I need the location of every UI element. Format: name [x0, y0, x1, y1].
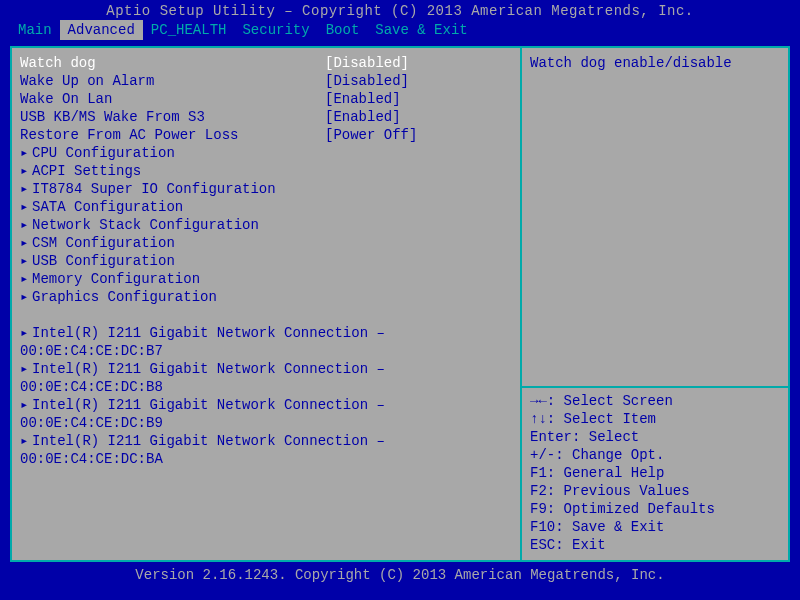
hint-save-exit: F10: Save & Exit: [530, 518, 780, 536]
submenu-label: SATA Configuration: [32, 199, 183, 215]
submenu-label: Memory Configuration: [32, 271, 200, 287]
nic-label: Intel(R) I211 Gigabit Network Connection…: [32, 396, 385, 414]
hint-select-item: ↑↓: Select Item: [530, 410, 780, 428]
submenu-graphics[interactable]: ▸Graphics Configuration: [20, 288, 512, 306]
bios-frame: Aptio Setup Utility – Copyright (C) 2013…: [0, 0, 800, 600]
title-bar: Aptio Setup Utility – Copyright (C) 2013…: [0, 0, 800, 20]
setting-label: Wake Up on Alarm: [20, 72, 325, 90]
nic-mac: 00:0E:C4:CE:DC:B8: [20, 378, 512, 396]
help-separator: [522, 386, 788, 388]
chevron-right-icon: ▸: [20, 216, 32, 234]
setting-wake-on-lan[interactable]: Wake On Lan [Enabled]: [20, 90, 512, 108]
tab-main[interactable]: Main: [10, 20, 60, 40]
footer: Version 2.16.1243. Copyright (C) 2013 Am…: [0, 566, 800, 584]
chevron-right-icon: ▸: [20, 270, 32, 288]
chevron-right-icon: ▸: [20, 180, 32, 198]
setting-restore-ac[interactable]: Restore From AC Power Loss [Power Off]: [20, 126, 512, 144]
nic-mac: 00:0E:C4:CE:DC:BA: [20, 450, 512, 468]
submenu-label: CSM Configuration: [32, 235, 175, 251]
chevron-right-icon: ▸: [20, 144, 32, 162]
submenu-superio[interactable]: ▸IT8784 Super IO Configuration: [20, 180, 512, 198]
chevron-right-icon: ▸: [20, 234, 32, 252]
nic-label: Intel(R) I211 Gigabit Network Connection…: [32, 360, 385, 378]
settings-pane: Watch dog [Disabled] Wake Up on Alarm [D…: [12, 48, 520, 560]
chevron-right-icon: ▸: [20, 396, 32, 414]
nic-mac: 00:0E:C4:CE:DC:B9: [20, 414, 512, 432]
setting-value: [Power Off]: [325, 126, 417, 144]
submenu-label: USB Configuration: [32, 253, 175, 269]
setting-label: Wake On Lan: [20, 90, 325, 108]
hint-optimized-defaults: F9: Optimized Defaults: [530, 500, 780, 518]
setting-watch-dog[interactable]: Watch dog [Disabled]: [20, 54, 512, 72]
submenu-nic-0[interactable]: ▸Intel(R) I211 Gigabit Network Connectio…: [20, 324, 512, 342]
nic-label: Intel(R) I211 Gigabit Network Connection…: [32, 324, 385, 342]
chevron-right-icon: ▸: [20, 324, 32, 342]
chevron-right-icon: ▸: [20, 198, 32, 216]
submenu-nic-2[interactable]: ▸Intel(R) I211 Gigabit Network Connectio…: [20, 396, 512, 414]
submenu-nic-1[interactable]: ▸Intel(R) I211 Gigabit Network Connectio…: [20, 360, 512, 378]
setting-label: Restore From AC Power Loss: [20, 126, 325, 144]
main-panel: Watch dog [Disabled] Wake Up on Alarm [D…: [10, 46, 790, 562]
submenu-label: ACPI Settings: [32, 163, 141, 179]
submenu-label: IT8784 Super IO Configuration: [32, 181, 276, 197]
nic-label: Intel(R) I211 Gigabit Network Connection…: [32, 432, 385, 450]
hint-enter: Enter: Select: [530, 428, 780, 446]
tab-boot[interactable]: Boot: [318, 20, 368, 40]
setting-label: USB KB/MS Wake From S3: [20, 108, 325, 126]
tab-security[interactable]: Security: [234, 20, 317, 40]
submenu-memory[interactable]: ▸Memory Configuration: [20, 270, 512, 288]
nic-mac: 00:0E:C4:CE:DC:B7: [20, 342, 512, 360]
setting-wake-up-on-alarm[interactable]: Wake Up on Alarm [Disabled]: [20, 72, 512, 90]
chevron-right-icon: ▸: [20, 288, 32, 306]
submenu-nic-3[interactable]: ▸Intel(R) I211 Gigabit Network Connectio…: [20, 432, 512, 450]
tab-bar: Main Advanced PC_HEALTH Security Boot Sa…: [0, 20, 800, 40]
hint-esc-exit: ESC: Exit: [530, 536, 780, 554]
chevron-right-icon: ▸: [20, 360, 32, 378]
hint-change-opt: +/-: Change Opt.: [530, 446, 780, 464]
submenu-csm[interactable]: ▸CSM Configuration: [20, 234, 512, 252]
chevron-right-icon: ▸: [20, 162, 32, 180]
spacer: [530, 72, 780, 382]
submenu-acpi[interactable]: ▸ACPI Settings: [20, 162, 512, 180]
tab-pc-health[interactable]: PC_HEALTH: [143, 20, 235, 40]
hint-select-screen: →←: Select Screen: [530, 392, 780, 410]
chevron-right-icon: ▸: [20, 252, 32, 270]
hint-previous-values: F2: Previous Values: [530, 482, 780, 500]
tab-advanced[interactable]: Advanced: [60, 20, 143, 40]
submenu-sata[interactable]: ▸SATA Configuration: [20, 198, 512, 216]
spacer: [20, 306, 512, 324]
help-pane: Watch dog enable/disable →←: Select Scre…: [522, 48, 788, 560]
submenu-label: Graphics Configuration: [32, 289, 217, 305]
submenu-cpu[interactable]: ▸CPU Configuration: [20, 144, 512, 162]
chevron-right-icon: ▸: [20, 432, 32, 450]
help-text: Watch dog enable/disable: [530, 54, 780, 72]
submenu-usb[interactable]: ▸USB Configuration: [20, 252, 512, 270]
submenu-label: Network Stack Configuration: [32, 217, 259, 233]
setting-usb-wake[interactable]: USB KB/MS Wake From S3 [Enabled]: [20, 108, 512, 126]
submenu-label: CPU Configuration: [32, 145, 175, 161]
setting-value: [Enabled]: [325, 108, 401, 126]
tab-save-exit[interactable]: Save & Exit: [367, 20, 475, 40]
setting-label: Watch dog: [20, 54, 325, 72]
setting-value: [Enabled]: [325, 90, 401, 108]
hint-general-help: F1: General Help: [530, 464, 780, 482]
setting-value: [Disabled]: [325, 72, 409, 90]
submenu-network-stack[interactable]: ▸Network Stack Configuration: [20, 216, 512, 234]
key-hints: →←: Select Screen ↑↓: Select Item Enter:…: [530, 392, 780, 554]
setting-value: [Disabled]: [325, 54, 409, 72]
